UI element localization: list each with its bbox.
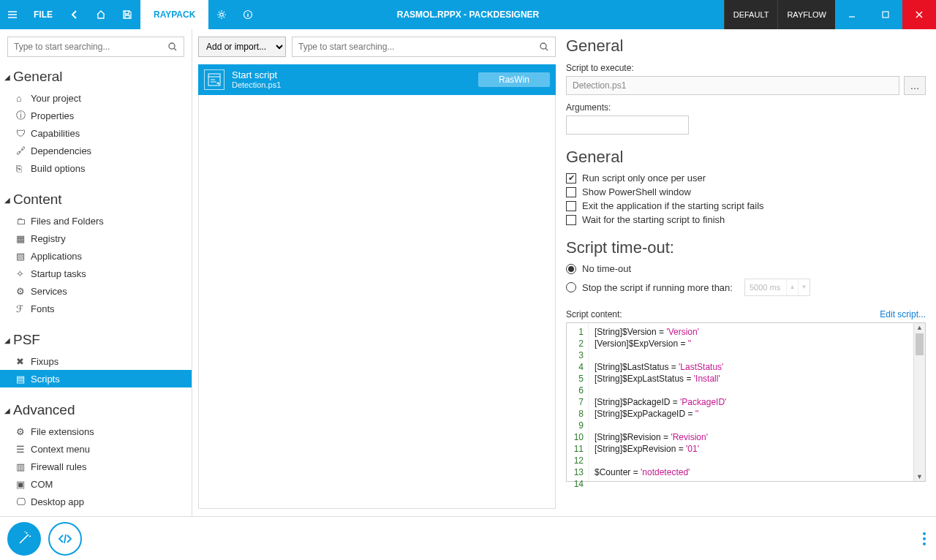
window-title: RASMOL.RPPX - PACKDESIGNER: [397, 0, 539, 29]
add-or-import-dropdown[interactable]: Add or import...: [198, 37, 286, 57]
sidebar-search[interactable]: [7, 37, 184, 57]
maximize-icon[interactable]: [869, 0, 902, 29]
raypack-tab[interactable]: RAYPACK: [140, 0, 208, 29]
back-icon[interactable]: [61, 0, 88, 29]
gear-icon[interactable]: [208, 0, 235, 29]
file-tab[interactable]: FILE: [25, 0, 61, 29]
script-card-subtitle: Detection.ps1: [232, 80, 471, 90]
rocket-icon: ✧: [16, 268, 31, 279]
desktop-icon: 🖵︎: [16, 496, 31, 507]
timeout-spinner[interactable]: 5000 ms ▲▼: [744, 279, 810, 296]
code-button[interactable]: [48, 522, 82, 556]
checkbox-icon: [566, 187, 576, 197]
checkbox-wait[interactable]: Wait for the starting script to finish: [566, 214, 926, 225]
script-to-execute-field[interactable]: [566, 76, 899, 95]
sidebar-item-properties[interactable]: ⓘProperties: [0, 107, 192, 124]
titlebar: FILE RAYPACK RASMOL.RPPX - PACKDESIGNER …: [0, 0, 936, 29]
sidebar-item-capabilities[interactable]: 🛡︎Capabilities: [0, 124, 192, 142]
home-icon: ⌂: [16, 93, 31, 104]
caret-icon: ◢: [4, 196, 13, 204]
code-area[interactable]: [String]$Version = 'Version' [Version]$E…: [589, 323, 913, 481]
search-icon: [539, 42, 549, 52]
home-icon[interactable]: [88, 0, 114, 29]
menu-icon[interactable]: [0, 0, 25, 29]
checkbox-icon: [566, 201, 576, 211]
sidebar-item-startup-tasks[interactable]: ✧Startup tasks: [0, 265, 192, 282]
footer: [0, 516, 936, 560]
firewall-icon: ▥: [16, 461, 31, 472]
save-icon[interactable]: [114, 0, 140, 29]
svg-point-4: [540, 43, 546, 49]
arguments-field[interactable]: [566, 116, 689, 135]
sidebar-item-context-menu[interactable]: ☰Context menu: [0, 440, 192, 458]
script-card-badge: RasWin: [478, 72, 550, 87]
sidebar-item-applications[interactable]: ▧Applications: [0, 247, 192, 265]
sidebar-item-files-folders[interactable]: 🗀Files and Folders: [0, 212, 192, 230]
wand-button[interactable]: [7, 522, 41, 556]
scroll-thumb[interactable]: [916, 333, 924, 355]
script-icon: ▤: [16, 374, 31, 385]
scrollbar-vertical[interactable]: ▲ ▼: [913, 323, 925, 481]
mode-rayflow-button[interactable]: RAYFLOW: [777, 0, 835, 29]
scroll-down-icon[interactable]: ▼: [914, 473, 925, 480]
sidebar-item-desktop-app[interactable]: 🖵︎Desktop app: [0, 493, 192, 510]
checkbox-icon: ✔: [566, 173, 576, 183]
script-list-panel: Add or import... Start script Detection.…: [192, 29, 562, 516]
panel-heading: General: [566, 37, 926, 56]
more-icon[interactable]: [923, 532, 929, 545]
script-to-execute-label: Script to execute:: [566, 63, 926, 73]
sidebar-item-your-project[interactable]: ⌂Your project: [0, 89, 192, 107]
section-general[interactable]: ◢General: [0, 64, 192, 89]
radio-icon: [566, 282, 576, 292]
spinner-up-icon[interactable]: ▲: [786, 279, 798, 295]
sidebar-item-fixups[interactable]: ✖︎Fixups: [0, 352, 192, 370]
arguments-label: Arguments:: [566, 102, 926, 113]
spinner-down-icon[interactable]: ▼: [798, 279, 809, 295]
sidebar-item-firewall-rules[interactable]: ▥Firewall rules: [0, 458, 192, 475]
radio-icon: [566, 264, 576, 274]
script-content-box[interactable]: 1234567891011121314 [String]$Version = '…: [566, 322, 926, 482]
sidebar-item-scripts[interactable]: ▤Scripts: [0, 370, 192, 387]
caret-icon: ◢: [4, 406, 13, 415]
sidebar-item-build-options[interactable]: ⎘Build options: [0, 159, 192, 177]
sidebar-item-file-extensions[interactable]: ⚙︎File extensions: [0, 423, 192, 440]
sidebar-item-dependencies[interactable]: 🔗︎Dependencies: [0, 142, 192, 159]
sidebar: ◢General ⌂Your project ⓘProperties 🛡︎Cap…: [0, 29, 192, 516]
link-icon: 🔗︎: [16, 145, 31, 156]
sidebar-item-fonts[interactable]: ℱFonts: [0, 300, 192, 317]
caret-icon: ◢: [4, 336, 13, 344]
radio-stop-more[interactable]: Stop the script if running more than: 50…: [566, 279, 926, 296]
section-psf[interactable]: ◢PSF: [0, 328, 192, 352]
svg-point-3: [169, 43, 175, 49]
sidebar-item-com[interactable]: ▣COM: [0, 475, 192, 493]
sidebar-item-services[interactable]: ⚙︎Services: [0, 282, 192, 300]
minimize-icon[interactable]: [835, 0, 869, 29]
section-content[interactable]: ◢Content: [0, 187, 192, 212]
script-content-label: Script content:: [566, 309, 622, 319]
checkbox-run-once[interactable]: ✔ Run script only once per user: [566, 173, 926, 183]
com-icon: ▣: [16, 479, 31, 490]
checkbox-show-ps[interactable]: Show PowerShell window: [566, 186, 926, 197]
gear-icon: ⚙︎: [16, 286, 31, 297]
registry-icon: ▦: [16, 233, 31, 244]
timeout-heading: Script time-out:: [566, 238, 926, 257]
sidebar-item-registry[interactable]: ▦Registry: [0, 230, 192, 247]
sidebar-search-input[interactable]: [14, 42, 167, 52]
search-icon: [167, 42, 178, 52]
script-card[interactable]: Start script Detection.ps1 RasWin: [198, 64, 556, 95]
general-subheading: General: [566, 148, 926, 167]
checkbox-exit-fail[interactable]: Exit the application if the starting scr…: [566, 200, 926, 211]
folder-icon: 🗀: [16, 216, 31, 227]
section-advanced[interactable]: ◢Advanced: [0, 398, 192, 423]
menu-icon: ☰: [16, 444, 31, 455]
radio-no-timeout[interactable]: No time-out: [566, 263, 926, 274]
scroll-up-icon[interactable]: ▲: [914, 324, 925, 331]
edit-script-link[interactable]: Edit script...: [880, 309, 926, 319]
info-icon[interactable]: [235, 0, 261, 29]
middle-search[interactable]: [292, 37, 556, 57]
middle-search-input[interactable]: [298, 42, 539, 52]
browse-button[interactable]: …: [904, 76, 926, 95]
detail-panel: General Script to execute: … Arguments: …: [562, 29, 936, 516]
mode-default-button[interactable]: DEFAULT: [724, 0, 778, 29]
close-icon[interactable]: [902, 0, 936, 29]
